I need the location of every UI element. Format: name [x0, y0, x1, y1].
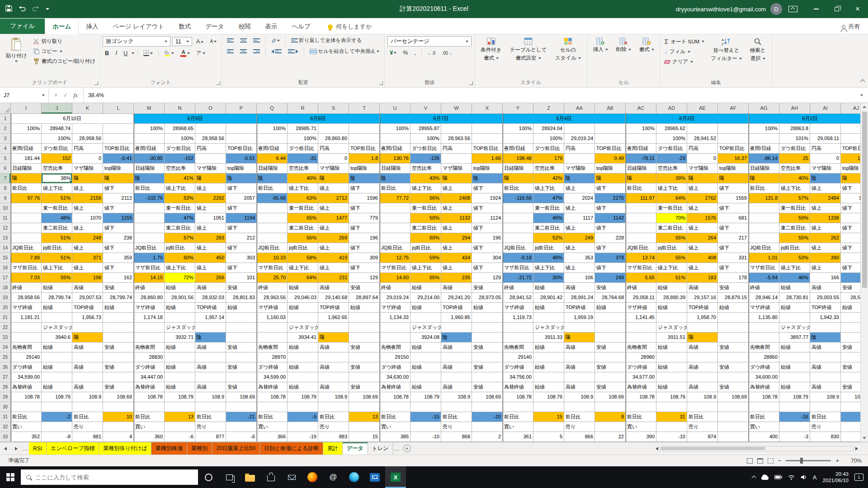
sheet-tab-日別と株価による診断[interactable]: 日別と株価による診断 [260, 442, 323, 455]
cell[interactable] [749, 203, 779, 213]
cell[interactable] [503, 203, 533, 213]
cell[interactable]: 高値 [318, 362, 349, 372]
cell[interactable]: 陽 [749, 174, 779, 183]
cell[interactable]: 値上 [564, 183, 595, 193]
cell[interactable]: 3911.51 [656, 333, 687, 343]
cell[interactable] [595, 402, 626, 412]
cell[interactable] [749, 213, 779, 223]
cell[interactable]: 値上 [195, 263, 226, 273]
cell[interactable]: TOP終値 [195, 303, 226, 313]
cell[interactable]: 2024 [564, 193, 595, 203]
redo-icon[interactable] [32, 5, 39, 13]
cell[interactable] [257, 323, 288, 333]
cell[interactable]: 13 [165, 412, 195, 422]
name-box[interactable]: J7 [0, 88, 49, 103]
cell[interactable]: 夜間/日経 [749, 144, 779, 154]
cell[interactable]: 始値 [656, 303, 687, 313]
cell[interactable]: 値下 [103, 223, 134, 233]
onedrive-icon[interactable] [761, 476, 769, 480]
sheet-overflow-left[interactable]: … [22, 442, 29, 455]
cell[interactable]: 値上 [72, 243, 103, 253]
cell[interactable]: 安値 [718, 283, 749, 293]
cell[interactable]: 28924.04 [533, 124, 564, 134]
cell[interactable] [472, 372, 503, 382]
cell[interactable]: 値上 [195, 203, 226, 213]
cell[interactable] [103, 352, 134, 362]
cell[interactable]: jq前日比 [410, 243, 441, 253]
cell[interactable]: 安値 [349, 382, 380, 392]
cell[interactable]: 1,956.73 [72, 313, 103, 323]
cell[interactable]: 100% [626, 124, 656, 134]
cell[interactable]: 331 [718, 253, 749, 263]
cell[interactable]: 値下 [472, 183, 503, 193]
cell[interactable]: 7.03 [11, 273, 42, 283]
cell[interactable]: 25.70 [257, 273, 288, 283]
column-header-L[interactable]: L [103, 103, 134, 114]
cell[interactable]: 28970 [257, 352, 288, 362]
cell[interactable]: 陽 [564, 333, 595, 343]
cell[interactable]: 1.01 [749, 253, 779, 263]
cell[interactable]: JQ前日比 [257, 243, 288, 253]
tab-ホーム[interactable]: ホーム [45, 19, 79, 34]
cell[interactable] [626, 402, 656, 412]
restore-button[interactable] [826, 0, 847, 18]
cell[interactable]: マザ陽除 [441, 164, 472, 174]
cell[interactable]: 値下 [841, 203, 860, 213]
cell[interactable]: 値下 [472, 223, 503, 233]
cell[interactable]: 陽 [626, 174, 656, 183]
scroll-up-icon[interactable] [863, 103, 866, 111]
cell[interactable]: マザ終値 [503, 303, 533, 313]
cell[interactable] [718, 134, 749, 144]
cell[interactable] [810, 352, 841, 362]
cell[interactable]: 高値 [441, 283, 472, 293]
cell[interactable]: 始値 [718, 303, 749, 313]
cell[interactable]: 陽 [195, 174, 226, 183]
cell[interactable]: 59% [410, 253, 441, 263]
cell[interactable]: 空売比率 [533, 164, 564, 174]
cell[interactable]: 57% [165, 233, 195, 243]
cell[interactable]: 値上 [441, 223, 472, 233]
cell[interactable]: 43% [410, 174, 441, 183]
cell[interactable]: 108.78 [134, 392, 165, 402]
cell[interactable] [626, 213, 656, 223]
cell[interactable]: 198 [72, 273, 103, 283]
cell[interactable]: 東一前日比 [42, 203, 72, 213]
cell[interactable] [288, 422, 318, 432]
cell[interactable]: 28980 [626, 352, 656, 362]
cell[interactable]: 空売比率 [410, 164, 441, 174]
cell[interactable]: 108.78 [257, 392, 288, 402]
row-header-13[interactable]: 13 [0, 233, 11, 243]
cell[interactable] [349, 333, 380, 343]
cell[interactable] [257, 203, 288, 213]
cell[interactable]: 始値 [472, 303, 503, 313]
cell[interactable] [656, 313, 687, 323]
cell[interactable]: 28,932.03 [195, 293, 226, 303]
cell[interactable]: 101% [779, 134, 810, 144]
cell[interactable]: マザ終値 [134, 303, 165, 313]
cell[interactable] [349, 313, 380, 323]
cell[interactable] [503, 233, 533, 243]
cell[interactable]: 値上下比 [656, 263, 687, 273]
sheet-overflow-right[interactable]: … [393, 442, 401, 455]
cell[interactable]: -20 [472, 412, 503, 422]
cell[interactable]: マザ終値 [626, 303, 656, 313]
cell[interactable]: 為替終値 [749, 382, 779, 392]
cell[interactable] [165, 372, 195, 382]
cell[interactable] [72, 323, 103, 333]
cell[interactable]: 1477 [318, 213, 349, 223]
column-header-AJ[interactable]: AJ [841, 103, 860, 114]
sheet-tab-トレン[interactable]: トレン [368, 442, 393, 455]
date-header-cell[interactable]: 6月8日 [257, 114, 380, 124]
cell[interactable]: -6 [841, 412, 860, 422]
cell[interactable] [472, 402, 503, 412]
cell[interactable]: 始値 [226, 303, 257, 313]
date-header-cell[interactable]: 6月2日 [749, 114, 860, 124]
cell[interactable] [810, 323, 841, 333]
cell[interactable]: マザ前日比 [626, 263, 656, 273]
cell[interactable]: 値下 [718, 183, 749, 193]
cell[interactable]: マザ前日比 [257, 263, 288, 273]
cell[interactable]: -21 [226, 412, 257, 422]
cell[interactable]: 始値 [533, 362, 564, 372]
cell[interactable] [380, 233, 410, 243]
cell[interactable]: 値下 [349, 223, 380, 233]
